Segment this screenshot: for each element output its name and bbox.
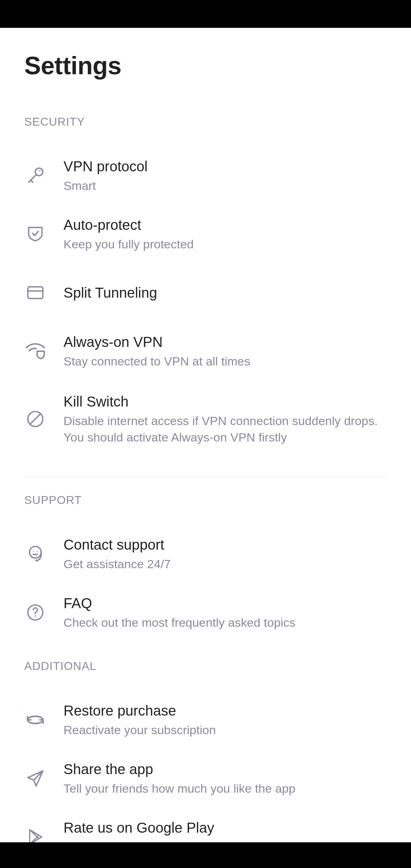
settings-content: Settings SECURITY VPN protocol Smart Aut…: [0, 28, 411, 868]
page-title: Settings: [0, 52, 411, 80]
item-contact-support[interactable]: Contact support Get assistance 24/7: [0, 528, 411, 580]
item-split-tunneling[interactable]: Split Tunneling: [0, 266, 411, 319]
item-title: Share the app: [64, 760, 387, 778]
section-divider: [24, 477, 387, 477]
svg-point-8: [37, 551, 38, 552]
svg-rect-9: [35, 560, 38, 561]
item-kill-switch[interactable]: Kill Switch Disable internet access if V…: [0, 383, 411, 455]
item-vpn-protocol[interactable]: VPN protocol Smart: [0, 149, 411, 202]
item-title: VPN protocol: [64, 157, 387, 176]
item-text: Share the app Tell your friends how much…: [64, 760, 387, 797]
item-text: Always-on VPN Stay connected to VPN at a…: [64, 333, 387, 370]
item-share-app[interactable]: Share the app Tell your friends how much…: [0, 752, 411, 805]
item-text: Auto-protect Keep you fully protected: [64, 216, 387, 253]
svg-point-11: [35, 615, 36, 617]
svg-point-6: [30, 546, 41, 558]
item-title: Rate us on Google Play: [64, 818, 387, 837]
item-title: Restore purchase: [64, 701, 387, 720]
svg-line-5: [30, 414, 41, 424]
item-title: Split Tunneling: [64, 283, 387, 302]
item-title: Kill Switch: [64, 392, 387, 411]
block-icon: [24, 408, 46, 430]
item-subtitle: Stay connected to VPN at all times: [64, 353, 387, 370]
item-text: Contact support Get assistance 24/7: [64, 535, 387, 572]
item-text: Kill Switch Disable internet access if V…: [64, 392, 387, 446]
help-circle-icon: [24, 601, 46, 624]
item-restore-purchase[interactable]: Restore purchase Reactivate your subscri…: [0, 693, 411, 746]
item-faq[interactable]: FAQ Check out the most frequently asked …: [0, 586, 411, 639]
refresh-icon: [24, 709, 46, 731]
item-subtitle: Check out the most frequently asked topi…: [64, 615, 387, 631]
item-subtitle: Smart: [64, 178, 387, 194]
item-subtitle: Disable internet access if VPN connectio…: [64, 413, 387, 446]
svg-rect-2: [28, 287, 43, 299]
item-always-on-vpn[interactable]: Always-on VPN Stay connected to VPN at a…: [0, 325, 411, 378]
item-text: Restore purchase Reactivate your subscri…: [64, 701, 387, 738]
navigation-bar: [0, 842, 411, 868]
item-auto-protect[interactable]: Auto-protect Keep you fully protected: [0, 208, 411, 261]
item-text: Split Tunneling: [64, 283, 387, 302]
headset-icon: [24, 543, 46, 565]
item-title: FAQ: [64, 594, 387, 612]
item-subtitle: Reactivate your subscription: [64, 722, 387, 738]
item-subtitle: Keep you fully protected: [64, 236, 387, 253]
item-subtitle: Get assistance 24/7: [64, 556, 387, 572]
svg-point-1: [39, 170, 41, 172]
section-header-support: SUPPORT: [0, 494, 411, 507]
svg-point-7: [33, 551, 34, 552]
status-bar: [0, 0, 411, 28]
send-icon: [24, 767, 46, 789]
card-icon: [24, 282, 46, 304]
section-header-additional: ADDITIONAL: [0, 660, 411, 673]
item-text: VPN protocol Smart: [64, 157, 387, 194]
item-title: Contact support: [64, 535, 387, 554]
item-text: FAQ Check out the most frequently asked …: [64, 594, 387, 631]
wifi-shield-icon: [24, 340, 46, 362]
item-title: Auto-protect: [64, 216, 387, 234]
section-header-security: SECURITY: [0, 115, 411, 128]
shield-check-icon: [24, 223, 46, 245]
item-subtitle: Tell your friends how much you like the …: [64, 781, 387, 797]
key-icon: [24, 165, 46, 187]
item-title: Always-on VPN: [64, 333, 387, 351]
